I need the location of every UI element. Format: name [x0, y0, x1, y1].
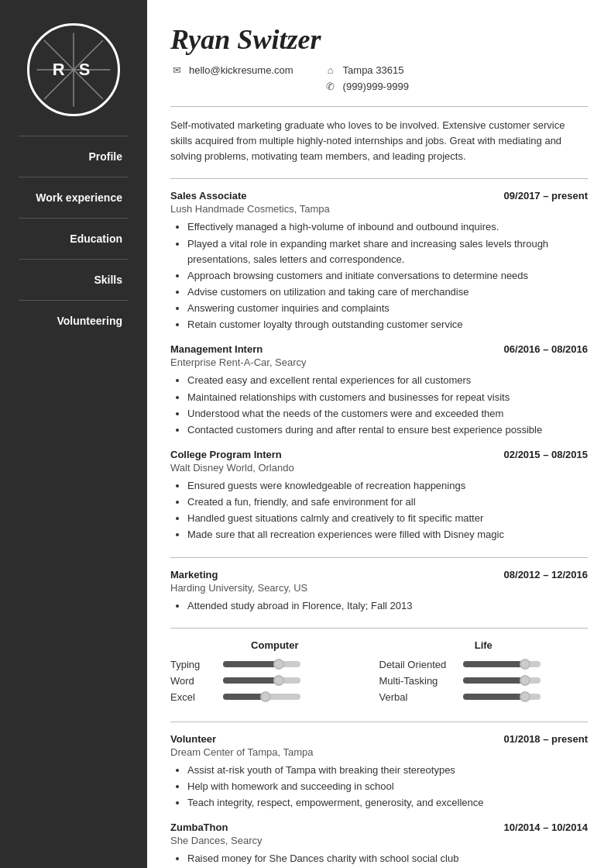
email-icon: ✉: [170, 64, 183, 76]
sidebar-label-skills: Skills: [94, 274, 135, 286]
job-bullet-1-2: Understood what the needs of the custome…: [187, 406, 588, 422]
skill-life-bar-2: [463, 694, 541, 700]
sidebar-label-profile: Profile: [88, 150, 135, 163]
vol-bullets-0: Assist at-risk youth of Tampa with break…: [170, 763, 588, 811]
edu-school-0: Harding University, Searcy, US: [170, 582, 588, 594]
job-bullet-1-3: Contacted customers during and after ren…: [187, 422, 588, 438]
job-date-1: 06/2016 – 08/2016: [504, 343, 588, 355]
job-bullet-0-5: Retain customer loyalty through outstand…: [187, 317, 588, 332]
vol-title-1: ZumbaThon: [170, 822, 228, 833]
edu-degree-0: Marketing: [170, 569, 218, 580]
skill-computer-dot-0: [273, 659, 284, 670]
divider-education: [170, 557, 588, 558]
job-bullet-0-1: Played a vital role in expanding market …: [187, 236, 588, 267]
profile-section: Self-motivated marketing graduate who lo…: [170, 118, 588, 164]
job-title-2: College Program Intern: [170, 449, 282, 460]
job-bullet-2-2: Handled guest situations calmly and crea…: [187, 511, 588, 526]
skill-computer-dot-2: [260, 691, 271, 702]
vol-date-1: 10/2014 – 10/2014: [504, 822, 588, 833]
phone-item: ✆ (999)999-9999: [324, 80, 409, 92]
edu-date-0: 08/2012 – 12/2016: [504, 569, 588, 580]
skill-life-dot-0: [520, 659, 530, 670]
contact-left: ✉ hello@kickresume.com: [170, 64, 293, 76]
skill-computer-name-2: Excel: [170, 691, 217, 703]
job-bullets-0: Effectively managed a high-volume of inb…: [170, 219, 588, 332]
edu-header-0: Marketing08/2012 – 12/2016: [170, 569, 588, 580]
edu-entry-0: Marketing08/2012 – 12/2016Harding Univer…: [170, 569, 588, 614]
phone-icon: ✆: [324, 80, 337, 92]
vol-entry-0: Volunteer01/2018 – presentDream Center o…: [170, 733, 588, 811]
skills-col-computer: ComputerTypingWordExcel: [170, 639, 379, 708]
vol-bullet-1-0: Raised money for She Dances charity with…: [187, 851, 588, 866]
avatar-initials: R S: [53, 60, 95, 80]
skill-computer-bar-2: [223, 694, 300, 700]
email-text: hello@kickresume.com: [189, 64, 293, 76]
sidebar-section-profile: Profile: [0, 136, 147, 177]
job-bullet-0-4: Answering customer inquiries and complai…: [187, 301, 588, 316]
job-header-1: Management Intern06/2016 – 08/2016: [170, 343, 588, 355]
education-section: Marketing08/2012 – 12/2016Harding Univer…: [170, 569, 588, 614]
divider-skills: [170, 628, 588, 629]
candidate-name: Ryan Switzer: [170, 23, 588, 56]
skill-computer-fill-0: [223, 661, 279, 667]
skill-computer-dot-1: [273, 675, 284, 686]
job-company-2: Walt Disney World, Orlando: [170, 462, 588, 474]
skill-computer-row-2: Excel: [170, 691, 379, 703]
job-header-2: College Program Intern02/2015 – 08/2015: [170, 449, 588, 460]
sidebar-section-volunteering: Volunteering: [0, 301, 147, 341]
skill-life-name-2: Verbal: [379, 691, 457, 703]
skills-computer-header: Computer: [170, 639, 379, 651]
job-bullet-2-1: Created a fun, friendly, and safe enviro…: [187, 494, 588, 510]
location-item: ⌂ Tampa 33615: [324, 64, 409, 76]
vol-bullets-1: Raised money for She Dances charity with…: [170, 851, 588, 868]
contact-right: ⌂ Tampa 33615 ✆ (999)999-9999: [324, 64, 409, 92]
skill-life-row-1: Multi-Tasking: [379, 675, 589, 687]
divider-volunteering: [170, 722, 588, 722]
sidebar-label-volunteering: Volunteering: [57, 315, 135, 327]
work-entry-0: Sales Associate09/2017 – presentLush Han…: [170, 190, 588, 332]
email-item: ✉ hello@kickresume.com: [170, 64, 293, 76]
location-icon: ⌂: [324, 64, 337, 76]
vol-date-0: 01/2018 – present: [504, 733, 588, 745]
vol-title-0: Volunteer: [170, 733, 216, 745]
skills-col-life: LifeDetail OrientedMulti-TaskingVerbal: [379, 639, 589, 708]
skills-section: ComputerTypingWordExcelLifeDetail Orient…: [170, 639, 588, 708]
job-bullet-2-0: Ensured guests were knowledgeable of rec…: [187, 478, 588, 494]
edu-bullets-0: Attended study abroad in Florence, Italy…: [170, 598, 588, 614]
phone-text: (999)999-9999: [343, 81, 409, 92]
resume-header: Ryan Switzer ✉ hello@kickresume.com ⌂ Ta…: [170, 23, 588, 92]
skill-computer-name-0: Typing: [170, 659, 217, 670]
sidebar-section-work: Work experience: [0, 177, 147, 218]
job-bullet-1-1: Maintained relationships with customers …: [187, 390, 588, 405]
vol-entry-1: ZumbaThon10/2014 – 10/2014She Dances, Se…: [170, 822, 588, 868]
job-bullet-1-0: Created easy and excellent rental experi…: [187, 373, 588, 388]
job-bullets-2: Ensured guests were knowledgeable of rec…: [170, 478, 588, 543]
sidebar-section-education: Education: [0, 219, 147, 259]
skill-life-bar-0: [463, 661, 541, 667]
job-header-0: Sales Associate09/2017 – present: [170, 190, 588, 202]
job-date-0: 09/2017 – present: [504, 190, 588, 202]
avatar-circle: R S: [27, 23, 120, 116]
skill-life-name-0: Detail Oriented: [379, 659, 457, 670]
main-content: Ryan Switzer ✉ hello@kickresume.com ⌂ Ta…: [147, 0, 611, 868]
skill-life-name-1: Multi-Tasking: [379, 675, 457, 687]
vol-bullet-0-1: Help with homework and succeeding in sch…: [187, 779, 588, 794]
vol-org-0: Dream Center of Tampa, Tampa: [170, 746, 588, 758]
job-bullet-0-3: Advise customers on utilization and taki…: [187, 284, 588, 300]
sidebar-label-education: Education: [70, 232, 135, 245]
sidebar: R S Profile Work experience Education Sk…: [0, 0, 147, 868]
job-bullet-0-0: Effectively managed a high-volume of inb…: [187, 219, 588, 235]
skill-computer-name-1: Word: [170, 675, 217, 687]
skill-life-dot-1: [520, 675, 530, 686]
location-text: Tampa 33615: [343, 64, 404, 76]
contact-row: ✉ hello@kickresume.com ⌂ Tampa 33615 ✆ (…: [170, 64, 588, 92]
job-bullet-2-3: Made sure that all recreation experience…: [187, 527, 588, 542]
vol-bullet-0-0: Assist at-risk youth of Tampa with break…: [187, 763, 588, 778]
skill-computer-fill-2: [223, 694, 266, 700]
skill-life-row-0: Detail Oriented: [379, 659, 589, 670]
skill-life-fill-1: [463, 677, 525, 684]
job-bullets-1: Created easy and excellent rental experi…: [170, 373, 588, 438]
skill-life-bar-1: [463, 677, 541, 684]
divider-work: [170, 178, 588, 179]
vol-header-0: Volunteer01/2018 – present: [170, 733, 588, 745]
